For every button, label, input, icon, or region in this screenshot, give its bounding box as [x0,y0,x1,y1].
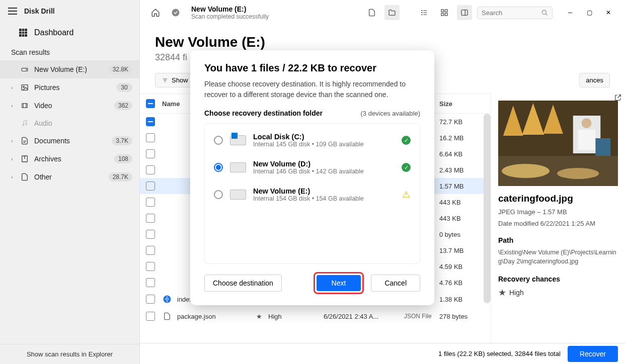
modal-desc: Please choose recovery destination. It i… [204,79,420,100]
disk-icon [230,190,246,200]
status-ok-icon: ✓ [402,136,411,145]
dest-label: Choose recovery destination folder [204,109,323,117]
choose-destination-button[interactable]: Choose destination [204,275,282,292]
disk-icon [230,162,246,172]
modal-title: You have 1 files / 22.2 KB to recover [204,62,420,74]
disk-icon [230,135,246,145]
dest-count: (3 devices available) [360,110,420,117]
radio-button[interactable] [214,136,223,145]
status-warn-icon: ⚠ [402,190,411,199]
radio-button[interactable] [214,163,223,172]
dest-name: Local Disk (C:) [253,133,395,141]
destination-new-volume-d-[interactable]: New Volume (D:)Internal 146 GB disk • 14… [205,154,420,181]
cancel-button[interactable]: Cancel [371,275,420,292]
radio-button[interactable] [214,190,223,199]
next-button[interactable]: Next [317,275,361,291]
dest-name: New Volume (E:) [253,187,395,195]
recovery-modal: You have 1 files / 22.2 KB to recover Pl… [190,50,434,305]
dest-detail: Internal 146 GB disk • 142 GB available [253,168,395,175]
destination-new-volume-e-[interactable]: New Volume (E:)Internal 154 GB disk • 15… [205,181,420,208]
dest-detail: Internal 145 GB disk • 109 GB available [253,141,395,148]
destination-local-disk-c-[interactable]: Local Disk (C:)Internal 145 GB disk • 10… [205,127,420,154]
dest-name: New Volume (D:) [253,160,395,168]
destination-list: Local Disk (C:)Internal 145 GB disk • 10… [204,123,420,264]
dest-detail: Internal 154 GB disk • 154 GB available [253,195,395,202]
next-highlight: Next [314,272,364,294]
status-ok-icon: ✓ [402,163,411,172]
modal-overlay: You have 1 files / 22.2 KB to recover Pl… [0,0,625,364]
